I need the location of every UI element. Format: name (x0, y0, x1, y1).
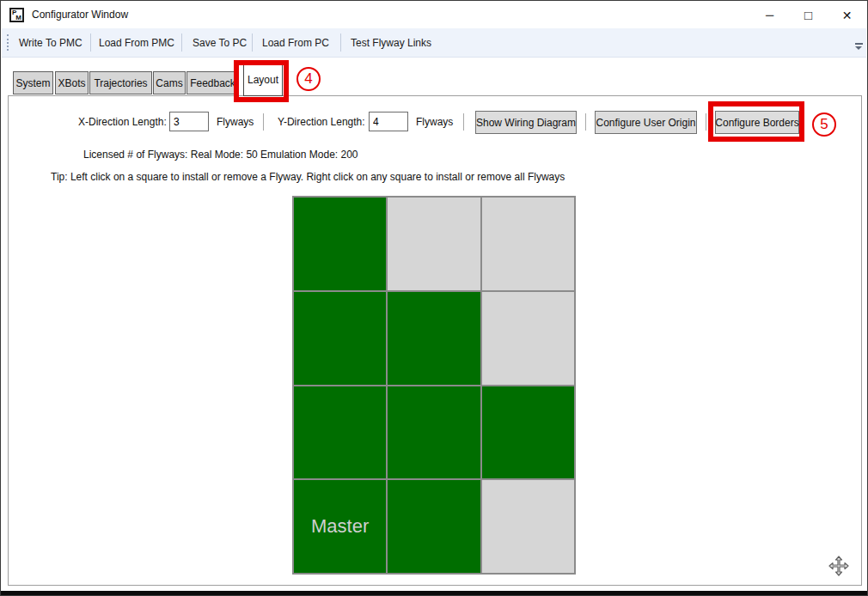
toolbar-separator (252, 33, 253, 52)
show-wiring-diagram-button[interactable]: Show Wiring Diagram (475, 111, 577, 134)
flyway-cell-r3c0-installed[interactable]: Master (294, 480, 386, 573)
x-flyways-unit-label: Flyways (217, 116, 254, 128)
app-icon-letter-m: M (15, 14, 21, 21)
flyway-cell-r0c1-empty[interactable] (388, 198, 480, 290)
minimize-button[interactable]: ─ (750, 2, 789, 28)
tip-text: Tip: Left click on a square to install o… (51, 171, 565, 183)
load-from-pc-button[interactable]: Load From PC (262, 28, 329, 57)
flyway-cell-r0c0-installed[interactable] (294, 198, 386, 290)
tab-feedback[interactable]: Feedback (186, 71, 239, 94)
flyway-cell-r3c1-installed[interactable] (388, 480, 480, 573)
vertical-separator (585, 113, 586, 131)
flyway-cell-r1c2-empty[interactable] (482, 292, 574, 385)
tab-cams[interactable]: Cams (153, 71, 186, 94)
y-direction-label: Y-Direction Length: (278, 116, 365, 128)
vertical-separator (463, 113, 464, 131)
flyway-cell-r2c0-installed[interactable] (294, 386, 386, 479)
test-flyway-links-button[interactable]: Test Flyway Links (351, 28, 431, 57)
toolbar-separator (340, 33, 341, 52)
flyway-cell-r3c2-empty[interactable] (482, 480, 574, 573)
close-button[interactable]: ✕ (828, 2, 866, 28)
flyway-cell-r0c2-empty[interactable] (482, 198, 574, 290)
vertical-separator (263, 113, 264, 131)
flyway-grid: Master (292, 196, 576, 575)
tab-trajectories[interactable]: Trajectories (89, 71, 152, 94)
tab-xbots[interactable]: XBots (55, 71, 89, 94)
flyway-cell-r2c1-installed[interactable] (388, 386, 480, 479)
configure-borders-button[interactable]: Configure Borders (715, 111, 799, 134)
configurator-window: P M Configurator Window ─ □ ✕ Write To P… (0, 0, 868, 596)
move-cursor-icon (828, 555, 850, 577)
load-from-pmc-button[interactable]: Load From PMC (99, 28, 174, 57)
toolbar-grip-handle[interactable] (7, 34, 9, 51)
tab-layout[interactable]: Layout (243, 64, 283, 96)
write-to-pmc-button[interactable]: Write To PMC (19, 28, 83, 57)
x-direction-input[interactable] (169, 112, 209, 131)
flyway-cell-r1c0-installed[interactable] (294, 292, 386, 385)
app-icon: P M (9, 8, 24, 22)
toolbar: Write To PMC Load From PMC Save To PC Lo… (2, 28, 866, 58)
configure-user-origin-button[interactable]: Configure User Origin (595, 111, 697, 134)
chevron-down-icon (855, 46, 862, 50)
toolbar-overflow-button[interactable] (855, 43, 863, 50)
y-direction-input[interactable] (369, 112, 408, 131)
license-text: Licensed # of Flyways: Real Mode: 50 Emu… (83, 149, 358, 161)
tab-system[interactable]: System (13, 71, 53, 94)
annotation-step-4-badge: 4 (296, 67, 321, 91)
x-direction-label: X-Direction Length: (78, 116, 167, 128)
window-bottom-edge (1, 591, 867, 595)
master-cell-label: Master (311, 515, 369, 538)
flyway-cell-r2c2-installed[interactable] (482, 386, 574, 479)
overflow-bar-icon (855, 43, 863, 45)
maximize-button[interactable]: □ (789, 2, 828, 28)
toolbar-separator (181, 33, 182, 52)
vertical-separator (706, 113, 706, 131)
toolbar-separator (90, 33, 91, 52)
y-flyways-unit-label: Flyways (416, 116, 453, 128)
flyway-cell-r1c1-installed[interactable] (388, 292, 480, 385)
save-to-pc-button[interactable]: Save To PC (193, 28, 247, 57)
title-bar: P M Configurator Window ─ □ ✕ (1, 1, 867, 28)
window-title: Configurator Window (32, 1, 128, 28)
